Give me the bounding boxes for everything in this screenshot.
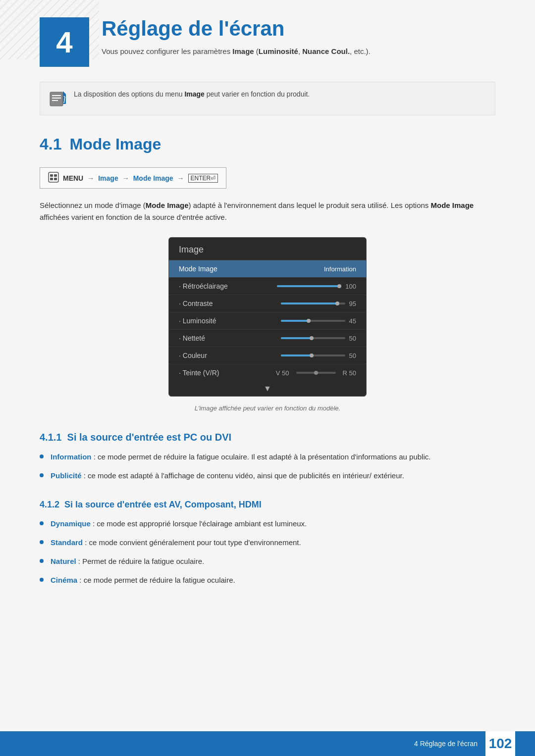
section-4-1-2-heading: 4.1.2 Si la source d'entrée est AV, Comp…: [40, 500, 495, 510]
svg-rect-10: [49, 172, 58, 182]
menu-row-luminosite: · Luminosité 45: [169, 312, 366, 330]
svg-rect-11: [50, 174, 53, 177]
menu-row-mode-image: Mode Image Information: [169, 260, 366, 278]
bullet-dot: [40, 578, 44, 582]
note-icon: [49, 90, 67, 108]
page-number: 102: [485, 731, 515, 756]
chapter-subtitle: Vous pouvez configurer les paramètres Im…: [102, 46, 371, 57]
description-text: Sélectionnez un mode d'image (Mode Image…: [40, 200, 495, 223]
svg-rect-13: [50, 178, 53, 180]
enter-icon: ENTER⏎: [188, 174, 218, 183]
section-4-1-1-heading: 4.1.1 Si la source d'entrée est PC ou DV…: [40, 432, 495, 443]
chapter-header: 4 Réglage de l'écran Vous pouvez configu…: [40, 0, 495, 67]
menu-row-couleur: · Couleur 50: [169, 347, 366, 364]
menu-header: Image: [169, 238, 366, 260]
bullet-dot: [40, 540, 44, 544]
page-container: 4 Réglage de l'écran Vous pouvez configu…: [0, 0, 535, 636]
bullet-dot: [40, 559, 44, 563]
list-item: Standard : ce mode convient généralement…: [40, 537, 495, 549]
bar-nettete: [281, 337, 345, 339]
bullet-dot: [40, 521, 44, 525]
chapter-title: Réglage de l'écran: [102, 17, 371, 40]
svg-rect-4: [52, 98, 61, 99]
section-4-1-heading: 4.1 Mode Image: [40, 135, 495, 153]
svg-rect-3: [52, 95, 61, 96]
svg-rect-2: [50, 92, 63, 106]
svg-rect-12: [54, 174, 57, 177]
menu-row-nettete: · Netteté 50: [169, 330, 366, 347]
menu-path: MENU → Image → Mode Image → ENTER⏎: [40, 167, 226, 189]
svg-rect-14: [54, 178, 57, 180]
bullet-dot: [40, 454, 44, 458]
bar-retroeclairage: [277, 285, 341, 287]
menu-row-contraste: · Contraste 95: [169, 295, 366, 312]
footer-text: 4 Réglage de l'écran: [414, 740, 478, 748]
list-item: Publicité : ce mode est adapté à l'affic…: [40, 470, 495, 482]
svg-rect-5: [52, 100, 58, 101]
menu-row-teinte: · Teinte (V/R) V 50 R 50: [169, 364, 366, 381]
bullet-dot: [40, 473, 44, 477]
bar-teinte: [296, 372, 336, 374]
note-box: La disposition des options du menu Image…: [40, 82, 495, 115]
list-item: Information : ce mode permet de réduire …: [40, 451, 495, 463]
list-item: Cinéma : ce mode permet de réduire la fa…: [40, 574, 495, 586]
menu-screenshot: Image Mode Image Information · Rétroécla…: [168, 237, 367, 397]
menu-row-retroeclairage: · Rétroéclairage 100: [169, 278, 366, 295]
chapter-title-block: Réglage de l'écran Vous pouvez configure…: [102, 15, 371, 57]
menu-icon: [48, 172, 59, 184]
bar-couleur: [281, 354, 345, 356]
bar-contraste: [281, 302, 345, 304]
note-text: La disposition des options du menu Image…: [74, 89, 310, 100]
page-footer: 4 Réglage de l'écran 102: [0, 731, 535, 756]
list-item: Dynamique : ce mode est approprié lorsqu…: [40, 518, 495, 530]
bar-luminosite: [281, 320, 345, 322]
chapter-number: 4: [40, 17, 89, 67]
svg-marker-6: [63, 91, 66, 94]
list-item: Naturel : Permet de réduire la fatigue o…: [40, 555, 495, 567]
bullets-av-list: Dynamique : ce mode est approprié lorsqu…: [40, 518, 495, 586]
bullets-pc-list: Information : ce mode permet de réduire …: [40, 451, 495, 482]
menu-down-arrow: ▼: [169, 381, 366, 396]
menu-caption: L'image affichée peut varier en fonction…: [40, 404, 495, 412]
